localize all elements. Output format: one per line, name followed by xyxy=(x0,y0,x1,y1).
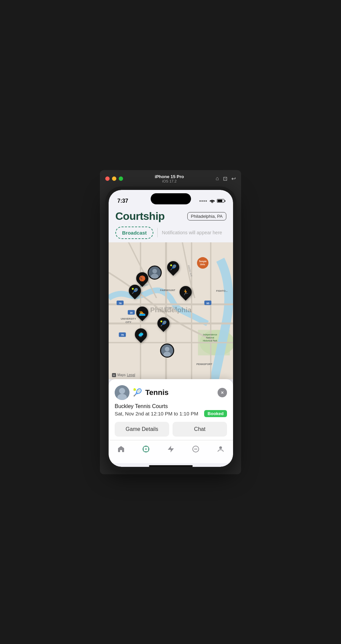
card-time-row: Sat, Nov 2nd at 12:10 PM to 1:10 PM Book… xyxy=(115,410,227,417)
activity-tab-icon xyxy=(167,445,175,455)
user-avatar-1[interactable] xyxy=(148,266,162,280)
card-location: Buckley Tennis Courts xyxy=(115,403,227,409)
close-traffic-light[interactable] xyxy=(105,176,110,181)
game-details-button[interactable]: Game Details xyxy=(115,422,169,437)
svg-text:PENNSPORT: PENNSPORT xyxy=(196,362,213,365)
card-time: Sat, Nov 2nd at 12:10 PM to 1:10 PM xyxy=(115,411,198,416)
wifi-icon xyxy=(210,199,215,203)
card-title: Tennis xyxy=(145,388,214,397)
tab-explore[interactable] xyxy=(139,444,153,456)
svg-point-45 xyxy=(145,448,147,450)
status-time: 7:37 xyxy=(117,198,128,204)
tab-home[interactable] xyxy=(114,444,128,456)
chat-tab-icon xyxy=(192,445,200,455)
home-tab-icon xyxy=(117,445,125,455)
home-indicator xyxy=(149,465,193,467)
profile-tab-icon xyxy=(217,445,225,455)
screenshot-icon[interactable]: ⊡ xyxy=(223,175,227,182)
tab-profile[interactable] xyxy=(213,444,228,456)
card-avatar xyxy=(115,385,129,400)
svg-point-35 xyxy=(151,274,158,279)
signal-icon xyxy=(199,200,207,202)
explore-tab-icon xyxy=(142,445,150,455)
svg-text:CITY: CITY xyxy=(125,320,131,323)
simulator-frame: iPhone 15 Pro iOS 17.2 ⌂ ⊡ ↩ 7:37 xyxy=(100,170,241,474)
app-title: Courtship xyxy=(115,210,165,223)
svg-text:UNIVERSITY: UNIVERSITY xyxy=(121,317,136,320)
simulator-toolbar-icons: ⌂ ⊡ ↩ xyxy=(216,175,236,182)
svg-text:95: 95 xyxy=(206,301,209,305)
main-content: Courtship Philadelphia, PA Broadcast Not… xyxy=(109,207,233,467)
simulator-title: iPhone 15 Pro iOS 17.2 xyxy=(155,174,184,183)
dynamic-island xyxy=(151,193,191,204)
pin-tennis-left[interactable]: 🎾 xyxy=(129,285,141,297)
svg-point-42 xyxy=(119,388,125,394)
minimize-traffic-light[interactable] xyxy=(112,176,116,181)
svg-text:Historical Park: Historical Park xyxy=(203,339,217,341)
phone-screen: 7:37 xyxy=(109,190,233,467)
pin-basketball[interactable]: 🏀 xyxy=(136,272,148,284)
pin-tennis-top[interactable]: 🎾 xyxy=(167,261,179,273)
traffic-lights xyxy=(105,176,123,181)
card-header: 🎾 Tennis × xyxy=(115,385,227,400)
pin-tennis-center[interactable]: 🎾 xyxy=(157,317,169,329)
svg-point-51 xyxy=(194,448,195,449)
tab-chat[interactable] xyxy=(188,444,203,456)
svg-point-53 xyxy=(196,448,197,449)
svg-text:MARKET ST: MARKET ST xyxy=(164,306,177,309)
pin-swim[interactable]: 🏊 xyxy=(136,307,148,319)
svg-point-37 xyxy=(165,347,169,352)
app-header: Courtship Philadelphia, PA Broadcast Not… xyxy=(109,207,233,242)
booked-badge: Booked xyxy=(204,410,227,417)
svg-text:M: M xyxy=(113,374,115,376)
simulator-toolbar: iPhone 15 Pro iOS 17.2 ⌂ ⊡ ↩ xyxy=(105,174,236,183)
card-actions: Game Details Chat xyxy=(115,422,227,437)
phone-frame: 7:37 xyxy=(105,187,236,470)
svg-text:FAIRMOUNT: FAIRMOUNT xyxy=(160,288,175,291)
broadcast-row: Broadcast Notifications will appear here xyxy=(115,227,226,239)
status-icons xyxy=(199,199,224,203)
pin-run[interactable]: 🏃 xyxy=(180,286,192,298)
svg-text:76: 76 xyxy=(121,333,124,336)
broadcast-button[interactable]: Broadcast xyxy=(115,227,153,239)
svg-text:FISHTO...: FISHTO... xyxy=(216,289,228,292)
pin-cookie[interactable]: 🥏 xyxy=(135,328,147,340)
map-area[interactable]: 76 30 95 76 Philadelphia UNIVERSITY CITY… xyxy=(109,242,233,379)
close-button[interactable]: × xyxy=(218,388,227,397)
battery-icon xyxy=(217,199,224,203)
svg-text:Independence: Independence xyxy=(203,333,217,336)
bottom-card: 🎾 Tennis × Buckley Tennis Courts Sat, No… xyxy=(109,379,233,440)
home-icon[interactable]: ⌂ xyxy=(216,175,219,182)
svg-point-52 xyxy=(195,448,196,449)
tab-bar xyxy=(109,440,233,463)
location-badge[interactable]: Philadelphia, PA xyxy=(187,212,226,220)
svg-text:76: 76 xyxy=(119,301,121,305)
svg-text:National: National xyxy=(206,336,215,339)
svg-point-34 xyxy=(152,269,157,274)
svg-point-54 xyxy=(219,446,222,449)
svg-point-38 xyxy=(163,352,171,357)
broadcast-divider xyxy=(157,228,158,237)
rotate-icon[interactable]: ↩ xyxy=(231,175,236,182)
maximize-traffic-light[interactable] xyxy=(119,176,123,181)
card-sport-icon: 🎾 xyxy=(133,388,142,397)
svg-text:Univ.: Univ. xyxy=(200,263,205,265)
maps-credit: M Maps Legal xyxy=(112,373,135,377)
user-avatar-2[interactable] xyxy=(160,344,174,358)
tab-activity[interactable] xyxy=(163,444,178,456)
svg-text:Temple: Temple xyxy=(199,260,207,263)
notifications-placeholder: Notifications will appear here xyxy=(162,230,222,235)
chat-button[interactable]: Chat xyxy=(173,422,227,437)
app-title-row: Courtship Philadelphia, PA xyxy=(115,210,226,223)
svg-text:30: 30 xyxy=(130,311,132,314)
